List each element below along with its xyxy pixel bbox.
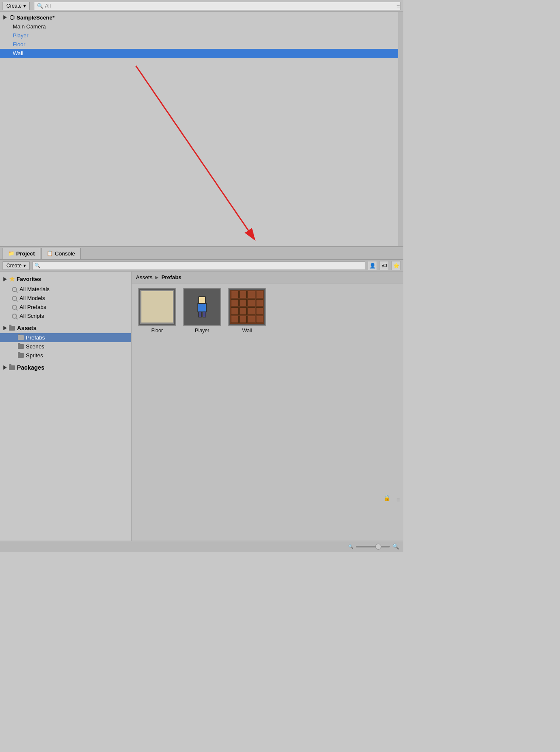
hierarchy-content: ⬡ SampleScene* Main Camera Player Floor …	[0, 12, 403, 59]
brick	[239, 307, 247, 315]
sidebar-item-sprites[interactable]: Sprites	[0, 351, 131, 360]
breadcrumb-separator: ►	[154, 274, 160, 281]
player-body	[197, 303, 207, 312]
player-left-leg	[198, 311, 202, 317]
search-icon: 🔍	[34, 263, 40, 268]
sidebar-item-scenes[interactable]: Scenes	[0, 342, 131, 351]
brick	[239, 316, 247, 323]
scene-header[interactable]: ⬡ SampleScene*	[0, 13, 403, 22]
bottom-tabs: 📁 Project 📋 Console	[0, 247, 403, 260]
brick	[231, 299, 239, 307]
player-sprite	[197, 296, 207, 317]
brick	[248, 316, 255, 323]
breadcrumb-prefabs: Prefabs	[161, 274, 182, 281]
hierarchy-item-wall[interactable]: Wall	[0, 49, 403, 58]
assets-label: Assets	[17, 325, 37, 331]
assets-header[interactable]: Assets	[0, 323, 131, 333]
brick	[231, 307, 239, 315]
bottom-panel: 📁 Project 📋 Console 🔒 ≡ Create ▾ 🔍 👤 🏷 ⭐	[0, 246, 403, 552]
project-create-button[interactable]: Create ▾	[3, 261, 30, 270]
hierarchy-search-input[interactable]	[45, 3, 398, 9]
assets-expand-icon	[3, 326, 7, 330]
asset-item-floor[interactable]: Floor	[136, 288, 178, 334]
bottom-statusbar: 🔍 🔍	[0, 541, 403, 552]
right-content: Assets ► Prefabs Floor	[132, 272, 403, 551]
hierarchy-toolbar: Create ▾ 🔍	[0, 0, 403, 12]
project-search-bar: 🔍	[32, 261, 365, 270]
zoom-small-icon: 🔍	[348, 544, 353, 549]
zoom-slider[interactable]	[356, 546, 390, 547]
player-legs	[198, 311, 206, 317]
brick	[256, 307, 264, 315]
hierarchy-scrollbar[interactable]	[398, 12, 403, 246]
sprites-folder-icon	[18, 353, 24, 358]
svg-line-1	[136, 66, 255, 240]
brick	[256, 291, 264, 298]
account-icon-btn[interactable]: 👤	[368, 261, 377, 270]
assets-folder-icon	[9, 326, 15, 331]
brick	[248, 291, 255, 298]
lock-icon[interactable]: 🔒	[383, 494, 391, 501]
panel-body: ★ Favorites All Materials All Models All…	[0, 272, 403, 551]
player-right-leg	[203, 311, 206, 317]
player-thumbnail	[183, 288, 221, 326]
project-search-input[interactable]	[42, 263, 363, 269]
favorites-header[interactable]: ★ Favorites	[0, 273, 131, 285]
asset-item-wall[interactable]: Wall	[226, 288, 268, 334]
floor-thumbnail	[138, 288, 176, 326]
prefabs-folder-icon	[18, 335, 24, 340]
wall-sprite	[230, 290, 264, 324]
packages-folder-icon	[9, 365, 15, 370]
zoom-slider-container: 🔍 🔍	[348, 543, 399, 550]
sidebar-item-all-prefabs[interactable]: All Prefabs	[0, 303, 131, 311]
brick	[231, 291, 239, 298]
packages-label: Packages	[17, 364, 45, 371]
brick	[248, 307, 255, 315]
breadcrumb: Assets ► Prefabs	[132, 272, 403, 283]
brick	[239, 299, 247, 307]
zoom-slider-thumb	[375, 544, 381, 550]
assets-grid: Floor Player	[132, 283, 403, 338]
wall-label: Wall	[242, 328, 252, 334]
asset-item-player[interactable]: Player	[181, 288, 223, 334]
search-circle-icon	[12, 314, 17, 319]
left-sidebar: ★ Favorites All Materials All Models All…	[0, 272, 132, 551]
sidebar-item-prefabs[interactable]: Prefabs	[0, 333, 131, 342]
hierarchy-create-button[interactable]: Create ▾	[3, 2, 30, 10]
star-icon-btn[interactable]: ⭐	[391, 261, 401, 270]
project-toolbar: Create ▾ 🔍 👤 🏷 ⭐	[0, 260, 403, 272]
search-circle-icon	[12, 287, 17, 292]
breadcrumb-assets: Assets	[136, 274, 152, 281]
more-options-icon[interactable]: ≡	[397, 497, 400, 503]
wall-thumbnail	[228, 288, 266, 326]
scene-expand-icon	[3, 15, 7, 20]
favorites-expand-icon	[3, 277, 7, 281]
packages-expand-icon	[3, 365, 7, 370]
brick	[248, 299, 255, 307]
tab-console[interactable]: 📋 Console	[41, 248, 81, 259]
zoom-large-icon: 🔍	[392, 543, 399, 550]
tab-project[interactable]: 📁 Project	[3, 248, 40, 259]
search-circle-icon	[12, 296, 17, 301]
console-icon: 📋	[47, 250, 53, 256]
sidebar-item-all-scripts[interactable]: All Scripts	[0, 311, 131, 320]
sidebar-item-all-materials[interactable]: All Materials	[0, 285, 131, 294]
packages-header[interactable]: Packages	[0, 362, 131, 373]
favorites-label: Favorites	[17, 276, 41, 282]
hierarchy-item-player[interactable]: Player	[0, 31, 403, 40]
floor-sprite	[140, 290, 174, 324]
hierarchy-panel: Create ▾ 🔍 ⬡ SampleScene* Main Camera Pl…	[0, 0, 403, 246]
hierarchy-menu-icon[interactable]: ≡	[397, 3, 400, 10]
hierarchy-item-floor[interactable]: Floor	[0, 40, 403, 49]
sidebar-item-all-models[interactable]: All Models	[0, 294, 131, 303]
tag-icon-btn[interactable]: 🏷	[380, 261, 389, 270]
search-circle-icon	[12, 305, 17, 310]
brick	[256, 299, 264, 307]
scenes-folder-icon	[18, 344, 24, 349]
hierarchy-search-bar: 🔍	[34, 2, 401, 10]
hierarchy-item-main-camera[interactable]: Main Camera	[0, 22, 403, 31]
project-folder-icon: 📁	[8, 250, 14, 256]
scene-name: SampleScene*	[17, 14, 55, 21]
floor-label: Floor	[151, 328, 163, 334]
player-label: Player	[195, 328, 209, 334]
